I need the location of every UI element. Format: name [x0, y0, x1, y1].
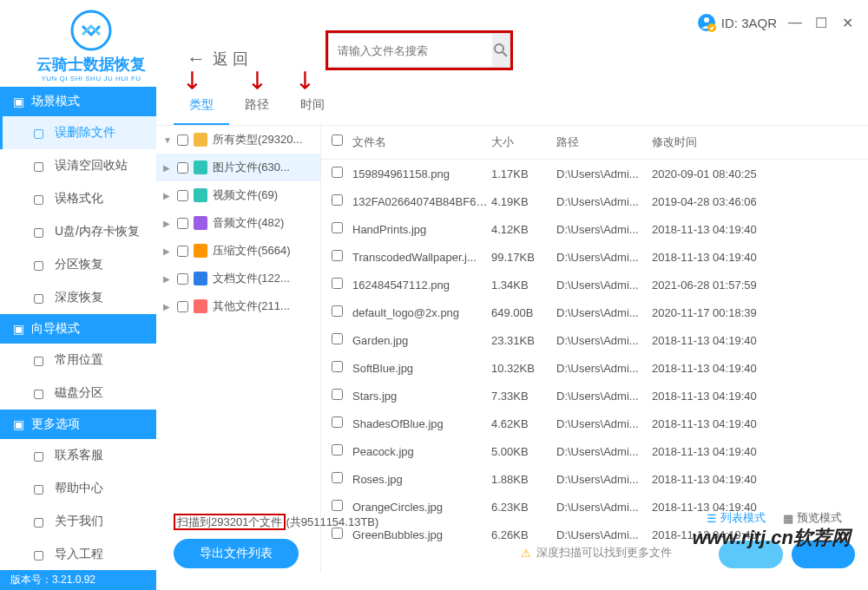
row-checkbox[interactable] — [332, 167, 343, 178]
col-size-header[interactable]: 大小 — [491, 134, 556, 150]
expand-icon[interactable]: ▶ — [163, 274, 172, 284]
sidebar-item[interactable]: ▢导入工程 — [0, 538, 156, 571]
logo-title: 云骑士数据恢复 — [13, 54, 169, 75]
file-size: 4.12KB — [491, 223, 556, 236]
table-row[interactable]: 159894961158.png1.17KBD:\Users\Admi...20… — [321, 160, 868, 187]
row-checkbox[interactable] — [332, 361, 343, 372]
expand-icon[interactable]: ▼ — [163, 135, 172, 145]
tree-checkbox[interactable] — [177, 301, 188, 312]
view-preview-button[interactable]: ▦预览模式 — [783, 510, 842, 526]
row-checkbox[interactable] — [332, 194, 343, 206]
tree-item[interactable]: ▼所有类型(29320... — [156, 126, 320, 154]
row-checkbox[interactable] — [332, 500, 343, 511]
tree-checkbox[interactable] — [177, 134, 188, 146]
row-checkbox[interactable] — [332, 389, 343, 400]
expand-icon[interactable]: ▶ — [163, 163, 172, 173]
minimize-button[interactable]: — — [787, 15, 803, 30]
sidebar-item-icon: ▢ — [30, 125, 46, 141]
row-checkbox[interactable] — [332, 416, 343, 428]
sidebar-item[interactable]: ▢U盘/内存卡恢复 — [0, 215, 156, 248]
tree-checkbox[interactable] — [177, 190, 188, 201]
user-badge[interactable]: ID: 3AQR — [697, 13, 777, 32]
file-path: D:\Users\Admi... — [556, 362, 652, 375]
row-checkbox[interactable] — [332, 444, 343, 456]
tab-path[interactable]: 路径 — [229, 87, 285, 125]
sidebar-item[interactable]: ▢深度恢复 — [0, 281, 156, 314]
expand-icon[interactable]: ▶ — [163, 219, 172, 228]
file-size: 23.31KB — [491, 334, 556, 347]
tree-item[interactable]: ▶压缩文件(5664) — [156, 237, 320, 265]
table-row[interactable]: Garden.jpg23.31KBD:\Users\Admi...2018-11… — [321, 326, 868, 354]
file-name: Peacock.jpg — [352, 445, 491, 458]
row-checkbox[interactable] — [332, 333, 343, 344]
sidebar-item-icon: ▢ — [30, 158, 46, 174]
sidebar-item[interactable]: ▢误清空回收站 — [0, 149, 156, 182]
sidebar-item[interactable]: ▢联系客服 — [0, 439, 156, 472]
table-row[interactable]: TranscodedWallpaper.j...99.17KBD:\Users\… — [321, 243, 868, 271]
export-button[interactable]: 导出文件列表 — [174, 539, 299, 568]
back-label: 返 回 — [213, 49, 248, 69]
table-row[interactable]: Roses.jpg1.88KBD:\Users\Admi...2018-11-1… — [321, 465, 868, 493]
table-row[interactable]: SoftBlue.jpg10.32KBD:\Users\Admi...2018-… — [321, 354, 868, 382]
file-size: 99.17KB — [491, 251, 556, 264]
svg-point-5 — [707, 23, 716, 32]
sidebar-item-label: U盘/内存卡恢复 — [55, 224, 140, 239]
file-name: HandPrints.jpg — [352, 223, 491, 236]
tree-checkbox[interactable] — [177, 273, 188, 285]
file-size: 4.62KB — [491, 417, 556, 430]
tab-type[interactable]: 类型 — [174, 87, 229, 125]
sidebar-item[interactable]: ▢常用位置 — [0, 344, 156, 377]
sidebar-item[interactable]: ▢磁盘分区 — [0, 377, 156, 410]
sidebar-item-icon: ▢ — [30, 481, 46, 496]
col-name-header[interactable]: 文件名 — [352, 134, 491, 150]
app-logo: 云骑士数据恢复 YUN QI SHI SHU JU HUI FU — [13, 9, 169, 82]
sidebar-item[interactable]: ▢误删除文件 — [0, 116, 156, 149]
tree-checkbox[interactable] — [177, 246, 188, 257]
col-path-header[interactable]: 路径 — [556, 134, 652, 150]
sidebar-item[interactable]: ▢帮助中心 — [0, 472, 156, 505]
expand-icon[interactable]: ▶ — [163, 191, 172, 200]
tree-label: 图片文件(630... — [213, 160, 290, 175]
sidebar-item[interactable]: ▢分区恢复 — [0, 248, 156, 281]
file-size: 5.00KB — [491, 445, 556, 458]
version-label: 版本号：3.21.0.92 — [0, 570, 156, 590]
table-row[interactable]: Stars.jpg7.33KBD:\Users\Admi...2018-11-1… — [321, 382, 868, 410]
tree-checkbox[interactable] — [177, 218, 188, 229]
table-row[interactable]: default_logo@2x.png649.00BD:\Users\Admi.… — [321, 298, 868, 326]
col-time-header[interactable]: 修改时间 — [652, 134, 791, 150]
tree-item[interactable]: ▶音频文件(482) — [156, 209, 320, 237]
sidebar: ▣场景模式▢误删除文件▢误清空回收站▢误格式化▢U盘/内存卡恢复▢分区恢复▢深度… — [0, 87, 156, 573]
filetype-icon — [194, 299, 207, 313]
tree-item[interactable]: ▶图片文件(630... — [156, 154, 320, 181]
tree-item[interactable]: ▶其他文件(211... — [156, 292, 320, 320]
row-checkbox[interactable] — [332, 222, 343, 233]
search-input[interactable] — [329, 34, 492, 67]
search-button[interactable] — [492, 34, 510, 67]
grid-icon: ▦ — [783, 512, 793, 525]
tree-checkbox[interactable] — [177, 162, 188, 174]
expand-icon[interactable]: ▶ — [163, 246, 172, 256]
table-row[interactable]: 162484547112.png1.34KBD:\Users\Admi...20… — [321, 271, 868, 298]
table-row[interactable]: HandPrints.jpg4.12KBD:\Users\Admi...2018… — [321, 215, 868, 243]
row-checkbox[interactable] — [332, 472, 343, 483]
tree-label: 其他文件(211... — [213, 298, 290, 314]
sidebar-item[interactable]: ▢误格式化 — [0, 182, 156, 215]
table-row[interactable]: ShadesOfBlue.jpg4.62KBD:\Users\Admi...20… — [321, 410, 868, 437]
sidebar-item[interactable]: ▢关于我们 — [0, 505, 156, 538]
select-all-checkbox[interactable] — [332, 134, 343, 146]
tab-time[interactable]: 时间 — [285, 87, 340, 125]
table-row[interactable]: 132FA02664074B84BF67...4.19KBD:\Users\Ad… — [321, 187, 868, 215]
row-checkbox[interactable] — [332, 305, 343, 317]
tree-item[interactable]: ▶视频文件(69) — [156, 181, 320, 209]
expand-icon[interactable]: ▶ — [163, 302, 172, 311]
file-time: 2019-04-28 03:46:06 — [652, 195, 791, 208]
close-button[interactable]: ✕ — [839, 15, 855, 30]
table-row[interactable]: Peacock.jpg5.00KBD:\Users\Admi...2018-11… — [321, 437, 868, 465]
view-list-button[interactable]: ☰列表模式 — [707, 510, 766, 526]
filetype-icon — [194, 188, 207, 202]
maximize-button[interactable]: ☐ — [813, 15, 829, 30]
file-name: SoftBlue.jpg — [352, 362, 491, 375]
row-checkbox[interactable] — [332, 250, 343, 261]
row-checkbox[interactable] — [332, 278, 343, 289]
tree-item[interactable]: ▶文档文件(122... — [156, 265, 320, 292]
